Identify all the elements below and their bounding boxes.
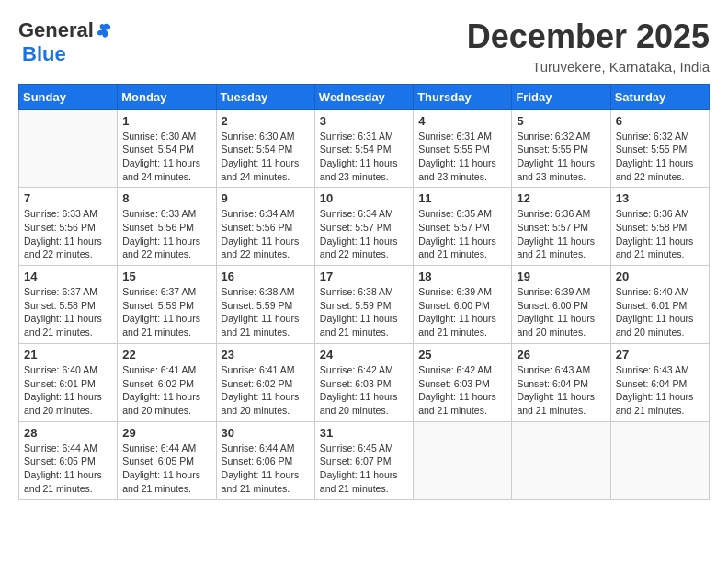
table-row: 28Sunrise: 6:44 AM Sunset: 6:05 PM Dayli…	[19, 421, 118, 500]
table-row: 18Sunrise: 6:39 AM Sunset: 6:00 PM Dayli…	[414, 266, 512, 344]
day-number: 24	[320, 348, 408, 362]
table-row: 17Sunrise: 6:38 AM Sunset: 5:59 PM Dayli…	[314, 266, 413, 344]
day-number: 27	[616, 348, 704, 362]
month-title: December 2025	[467, 18, 710, 55]
day-number: 18	[418, 270, 506, 283]
day-content: Sunrise: 6:32 AM Sunset: 5:55 PM Dayligh…	[517, 130, 605, 184]
day-content: Sunrise: 6:37 AM Sunset: 5:59 PM Dayligh…	[122, 285, 210, 339]
day-number: 15	[122, 270, 210, 283]
table-row: 19Sunrise: 6:39 AM Sunset: 6:00 PM Dayli…	[512, 266, 610, 344]
day-content: Sunrise: 6:40 AM Sunset: 6:01 PM Dayligh…	[24, 363, 112, 418]
day-content: Sunrise: 6:44 AM Sunset: 6:06 PM Dayligh…	[222, 442, 310, 496]
table-row	[414, 421, 512, 500]
table-row: 27Sunrise: 6:43 AM Sunset: 6:04 PM Dayli…	[610, 343, 709, 421]
day-number: 1	[122, 114, 210, 128]
logo-blue-text: Blue	[22, 42, 66, 65]
day-content: Sunrise: 6:36 AM Sunset: 5:57 PM Dayligh…	[517, 207, 605, 261]
day-content: Sunrise: 6:41 AM Sunset: 6:02 PM Dayligh…	[122, 363, 210, 418]
table-row	[512, 421, 610, 500]
table-row: 16Sunrise: 6:38 AM Sunset: 5:59 PM Dayli…	[216, 266, 314, 344]
day-number: 14	[24, 270, 112, 283]
table-row: 26Sunrise: 6:43 AM Sunset: 6:04 PM Dayli…	[512, 343, 610, 421]
day-content: Sunrise: 6:32 AM Sunset: 5:55 PM Dayligh…	[616, 130, 704, 184]
col-sunday: Sunday	[19, 84, 118, 109]
calendar-table: Sunday Monday Tuesday Wednesday Thursday…	[18, 84, 710, 500]
day-number: 12	[517, 191, 605, 205]
table-row: 24Sunrise: 6:42 AM Sunset: 6:03 PM Dayli…	[314, 343, 413, 421]
day-content: Sunrise: 6:42 AM Sunset: 6:03 PM Dayligh…	[418, 363, 506, 418]
day-number: 23	[222, 348, 310, 362]
table-row: 3Sunrise: 6:31 AM Sunset: 5:54 PM Daylig…	[314, 109, 413, 188]
day-number: 5	[517, 114, 605, 128]
day-content: Sunrise: 6:44 AM Sunset: 6:05 PM Dayligh…	[24, 442, 112, 496]
location: Turuvekere, Karnataka, India	[467, 59, 710, 75]
day-content: Sunrise: 6:42 AM Sunset: 6:03 PM Dayligh…	[320, 363, 408, 418]
col-wednesday: Wednesday	[314, 84, 413, 109]
calendar-week-row: 7Sunrise: 6:33 AM Sunset: 5:56 PM Daylig…	[19, 188, 710, 266]
table-row: 25Sunrise: 6:42 AM Sunset: 6:03 PM Dayli…	[414, 343, 512, 421]
table-row: 29Sunrise: 6:44 AM Sunset: 6:05 PM Dayli…	[118, 421, 216, 500]
day-number: 11	[418, 191, 506, 205]
day-number: 17	[320, 270, 408, 283]
day-number: 2	[222, 114, 310, 128]
table-row: 20Sunrise: 6:40 AM Sunset: 6:01 PM Dayli…	[610, 266, 709, 344]
day-number: 7	[24, 191, 112, 205]
table-row: 12Sunrise: 6:36 AM Sunset: 5:57 PM Dayli…	[512, 188, 610, 266]
day-content: Sunrise: 6:36 AM Sunset: 5:58 PM Dayligh…	[616, 207, 704, 261]
table-row: 11Sunrise: 6:35 AM Sunset: 5:57 PM Dayli…	[414, 188, 512, 266]
table-row: 15Sunrise: 6:37 AM Sunset: 5:59 PM Dayli…	[118, 266, 216, 344]
day-number: 19	[517, 270, 605, 283]
day-number: 13	[616, 191, 704, 205]
logo-bird-icon	[96, 22, 112, 39]
day-content: Sunrise: 6:40 AM Sunset: 6:01 PM Dayligh…	[616, 285, 704, 339]
day-number: 21	[24, 348, 112, 362]
day-number: 8	[122, 191, 210, 205]
day-number: 28	[24, 426, 112, 440]
day-content: Sunrise: 6:30 AM Sunset: 5:54 PM Dayligh…	[222, 130, 310, 184]
table-row: 6Sunrise: 6:32 AM Sunset: 5:55 PM Daylig…	[610, 109, 709, 188]
table-row: 14Sunrise: 6:37 AM Sunset: 5:58 PM Dayli…	[19, 266, 118, 344]
table-row: 2Sunrise: 6:30 AM Sunset: 5:54 PM Daylig…	[216, 109, 314, 188]
calendar-week-row: 28Sunrise: 6:44 AM Sunset: 6:05 PM Dayli…	[19, 421, 710, 500]
table-row	[610, 421, 709, 500]
day-number: 25	[418, 348, 506, 362]
logo: General Blue	[18, 18, 112, 66]
table-row: 7Sunrise: 6:33 AM Sunset: 5:56 PM Daylig…	[19, 188, 118, 266]
day-content: Sunrise: 6:38 AM Sunset: 5:59 PM Dayligh…	[222, 285, 310, 339]
day-number: 3	[320, 114, 408, 128]
day-content: Sunrise: 6:43 AM Sunset: 6:04 PM Dayligh…	[616, 363, 704, 418]
col-saturday: Saturday	[610, 84, 709, 109]
table-row	[19, 109, 118, 188]
day-number: 6	[616, 114, 704, 128]
day-content: Sunrise: 6:31 AM Sunset: 5:54 PM Dayligh…	[320, 130, 408, 184]
day-content: Sunrise: 6:38 AM Sunset: 5:59 PM Dayligh…	[320, 285, 408, 339]
day-number: 29	[122, 426, 210, 440]
calendar-header-row: Sunday Monday Tuesday Wednesday Thursday…	[19, 84, 710, 109]
table-row: 1Sunrise: 6:30 AM Sunset: 5:54 PM Daylig…	[118, 109, 216, 188]
day-content: Sunrise: 6:34 AM Sunset: 5:57 PM Dayligh…	[320, 207, 408, 261]
table-row: 31Sunrise: 6:45 AM Sunset: 6:07 PM Dayli…	[314, 421, 413, 500]
day-content: Sunrise: 6:31 AM Sunset: 5:55 PM Dayligh…	[418, 130, 506, 184]
table-row: 23Sunrise: 6:41 AM Sunset: 6:02 PM Dayli…	[216, 343, 314, 421]
day-content: Sunrise: 6:41 AM Sunset: 6:02 PM Dayligh…	[222, 363, 310, 418]
table-row: 21Sunrise: 6:40 AM Sunset: 6:01 PM Dayli…	[19, 343, 118, 421]
day-content: Sunrise: 6:43 AM Sunset: 6:04 PM Dayligh…	[517, 363, 605, 418]
table-row: 22Sunrise: 6:41 AM Sunset: 6:02 PM Dayli…	[118, 343, 216, 421]
day-content: Sunrise: 6:39 AM Sunset: 6:00 PM Dayligh…	[517, 285, 605, 339]
table-row: 4Sunrise: 6:31 AM Sunset: 5:55 PM Daylig…	[414, 109, 512, 188]
day-number: 4	[418, 114, 506, 128]
day-number: 22	[122, 348, 210, 362]
day-number: 20	[616, 270, 704, 283]
table-row: 13Sunrise: 6:36 AM Sunset: 5:58 PM Dayli…	[610, 188, 709, 266]
table-row: 30Sunrise: 6:44 AM Sunset: 6:06 PM Dayli…	[216, 421, 314, 500]
day-content: Sunrise: 6:30 AM Sunset: 5:54 PM Dayligh…	[122, 130, 210, 184]
col-tuesday: Tuesday	[216, 84, 314, 109]
col-monday: Monday	[118, 84, 216, 109]
col-thursday: Thursday	[414, 84, 512, 109]
day-number: 30	[222, 426, 310, 440]
day-content: Sunrise: 6:33 AM Sunset: 5:56 PM Dayligh…	[122, 207, 210, 261]
table-row: 9Sunrise: 6:34 AM Sunset: 5:56 PM Daylig…	[216, 188, 314, 266]
day-number: 31	[320, 426, 408, 440]
day-number: 10	[320, 191, 408, 205]
col-friday: Friday	[512, 84, 610, 109]
